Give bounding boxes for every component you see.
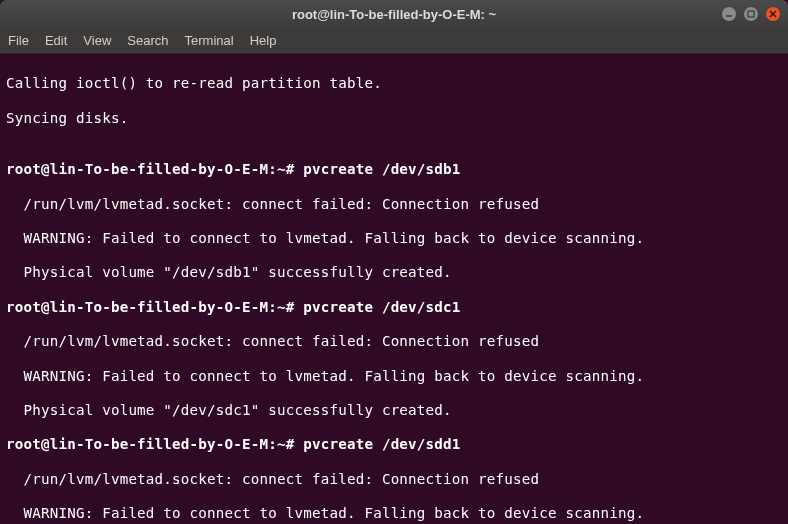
terminal-line: Syncing disks.: [6, 110, 782, 127]
terminal-line: /run/lvm/lvmetad.socket: connect failed:…: [6, 333, 782, 350]
menu-help[interactable]: Help: [250, 33, 277, 48]
minimize-button[interactable]: [722, 7, 736, 21]
svg-rect-1: [748, 11, 754, 17]
terminal-line: Physical volume "/dev/sdc1" successfully…: [6, 402, 782, 419]
terminal-line: WARNING: Failed to connect to lvmetad. F…: [6, 230, 782, 247]
terminal-line: /run/lvm/lvmetad.socket: connect failed:…: [6, 471, 782, 488]
terminal-prompt-line: root@lin-To-be-filled-by-O-E-M:~# pvcrea…: [6, 436, 782, 453]
menu-edit[interactable]: Edit: [45, 33, 67, 48]
window-title: root@lin-To-be-filled-by-O-E-M: ~: [292, 7, 496, 22]
maximize-button[interactable]: [744, 7, 758, 21]
menu-terminal[interactable]: Terminal: [185, 33, 234, 48]
terminal-line: /run/lvm/lvmetad.socket: connect failed:…: [6, 196, 782, 213]
terminal-prompt-line: root@lin-To-be-filled-by-O-E-M:~# pvcrea…: [6, 299, 782, 316]
menubar: File Edit View Search Terminal Help: [0, 28, 788, 54]
close-button[interactable]: [766, 7, 780, 21]
menu-search[interactable]: Search: [127, 33, 168, 48]
window-controls: [722, 7, 780, 21]
menu-file[interactable]: File: [8, 33, 29, 48]
terminal-line: Physical volume "/dev/sdb1" successfully…: [6, 264, 782, 281]
terminal-prompt-line: root@lin-To-be-filled-by-O-E-M:~# pvcrea…: [6, 161, 782, 178]
menu-view[interactable]: View: [83, 33, 111, 48]
terminal-line: WARNING: Failed to connect to lvmetad. F…: [6, 368, 782, 385]
titlebar[interactable]: root@lin-To-be-filled-by-O-E-M: ~: [0, 0, 788, 28]
terminal-line: Calling ioctl() to re-read partition tab…: [6, 75, 782, 92]
terminal-output[interactable]: Calling ioctl() to re-read partition tab…: [0, 54, 788, 524]
terminal-line: WARNING: Failed to connect to lvmetad. F…: [6, 505, 782, 522]
